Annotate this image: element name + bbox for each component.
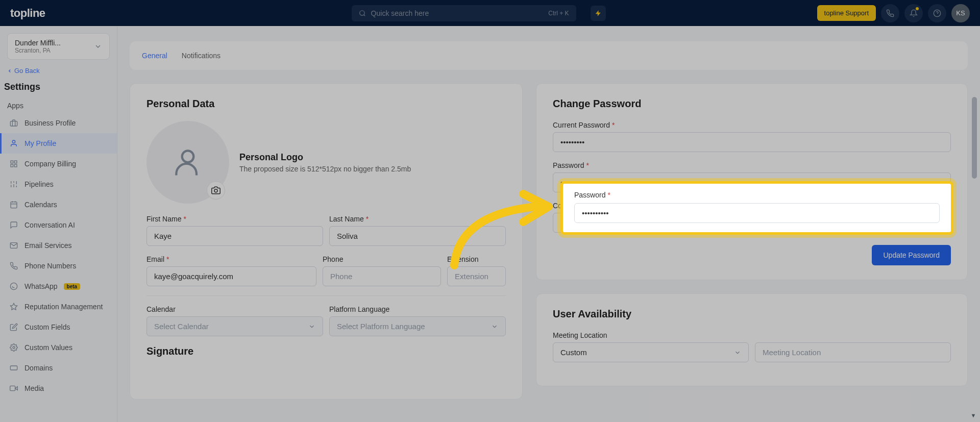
help-button[interactable] bbox=[928, 4, 946, 22]
sidebar-item-calendars[interactable]: Calendars bbox=[0, 194, 117, 215]
scrollbar-thumb[interactable] bbox=[972, 97, 977, 179]
global-search[interactable]: Ctrl + K bbox=[352, 5, 576, 21]
sidebar-item-custom-fields[interactable]: Custom Fields bbox=[0, 317, 117, 337]
svg-point-5 bbox=[12, 140, 15, 143]
briefcase-icon bbox=[9, 118, 18, 128]
user-avatar[interactable]: KS bbox=[951, 4, 970, 22]
highlight-password-label: Password* bbox=[574, 191, 940, 199]
first-name-label: First Name* bbox=[146, 215, 323, 223]
personal-logo-hint: The proposed size is 512*512px no bigger… bbox=[239, 165, 411, 173]
svg-rect-8 bbox=[14, 164, 17, 167]
phone-button[interactable] bbox=[881, 4, 899, 22]
upload-photo-button[interactable] bbox=[207, 181, 225, 200]
language-select[interactable]: Select Platform Language bbox=[329, 316, 506, 336]
sidebar-item-label: Custom Values bbox=[24, 343, 72, 352]
edit-icon bbox=[9, 322, 18, 332]
sliders-icon bbox=[9, 180, 18, 189]
svg-point-20 bbox=[10, 283, 17, 289]
chevron-down-icon bbox=[491, 323, 498, 330]
divider bbox=[146, 295, 506, 296]
highlight-password-input[interactable] bbox=[574, 203, 940, 223]
sidebar: Dunder Miffli... Scranton, PA Go Back Se… bbox=[0, 26, 117, 422]
user-placeholder-icon bbox=[170, 145, 205, 180]
vertical-scrollbar[interactable] bbox=[972, 97, 977, 403]
bolt-icon bbox=[595, 10, 602, 17]
sidebar-item-domains[interactable]: Domains bbox=[0, 358, 117, 378]
user-availability-title: User Availability bbox=[553, 308, 951, 320]
sidebar-item-pipelines[interactable]: Pipelines bbox=[0, 174, 117, 194]
bolt-button[interactable] bbox=[591, 6, 606, 21]
sidebar-item-label: Media bbox=[24, 384, 44, 392]
video-icon bbox=[9, 384, 18, 393]
sidebar-section-apps: Apps bbox=[0, 98, 117, 113]
go-back-label: Go Back bbox=[14, 67, 40, 75]
highlight-annotation: Password* bbox=[560, 181, 953, 235]
select-value: Select Platform Language bbox=[337, 322, 425, 331]
notification-dot bbox=[916, 7, 919, 10]
sidebar-item-label: Email Services bbox=[24, 241, 72, 250]
domain-icon bbox=[9, 363, 18, 373]
svg-rect-25 bbox=[10, 386, 15, 390]
sidebar-item-media[interactable]: Media bbox=[0, 378, 117, 399]
svg-rect-4 bbox=[10, 121, 17, 126]
sidebar-item-email-services[interactable]: Email Services bbox=[0, 235, 117, 256]
go-back-link[interactable]: Go Back bbox=[7, 67, 110, 75]
bell-icon bbox=[910, 9, 918, 17]
user-availability-card: User Availability Meeting Location Custo… bbox=[536, 293, 968, 386]
app-header: topline Ctrl + K topline Support KS bbox=[0, 0, 980, 26]
sidebar-item-company-billing[interactable]: Company Billing bbox=[0, 154, 117, 174]
current-password-label: Current Password* bbox=[553, 121, 951, 129]
whatsapp-icon bbox=[9, 282, 18, 291]
svg-point-0 bbox=[359, 10, 364, 15]
sidebar-item-custom-values[interactable]: Custom Values bbox=[0, 337, 117, 358]
help-icon bbox=[933, 9, 941, 17]
signature-title: Signature bbox=[146, 345, 506, 357]
phone-icon bbox=[9, 261, 18, 270]
sidebar-item-conversation-ai[interactable]: Conversation AI bbox=[0, 215, 117, 235]
sidebar-item-business-profile[interactable]: Business Profile bbox=[0, 113, 117, 133]
extension-input[interactable] bbox=[447, 266, 506, 286]
svg-rect-9 bbox=[11, 164, 13, 167]
current-password-input[interactable] bbox=[553, 132, 951, 152]
svg-point-27 bbox=[214, 189, 217, 192]
select-value: Custom bbox=[560, 348, 587, 357]
extension-label: Extension bbox=[447, 255, 506, 263]
svg-point-22 bbox=[13, 346, 15, 349]
last-name-input[interactable] bbox=[329, 226, 506, 246]
settings-heading: Settings bbox=[4, 82, 111, 92]
sidebar-item-label: Business Profile bbox=[24, 119, 76, 127]
chevron-down-icon bbox=[734, 349, 741, 356]
meeting-location-select[interactable]: Custom bbox=[553, 342, 749, 362]
sidebar-item-label: Phone Numbers bbox=[24, 262, 76, 270]
sidebar-item-label: My Profile bbox=[24, 139, 56, 147]
sidebar-item-phone-numbers[interactable]: Phone Numbers bbox=[0, 256, 117, 276]
sidebar-item-label: WhatsApp bbox=[24, 282, 58, 290]
org-selector[interactable]: Dunder Miffli... Scranton, PA bbox=[7, 33, 110, 60]
calendar-select[interactable]: Select Calendar bbox=[146, 316, 323, 336]
sidebar-item-label: Domains bbox=[24, 364, 53, 372]
grid-icon bbox=[9, 159, 18, 168]
sidebar-item-label: Conversation AI bbox=[24, 221, 75, 229]
support-button[interactable]: topline Support bbox=[817, 5, 876, 21]
chevron-left-icon bbox=[7, 68, 12, 73]
select-value: Select Calendar bbox=[154, 322, 209, 331]
sidebar-item-my-profile[interactable]: My Profile bbox=[0, 133, 117, 154]
notifications-button[interactable] bbox=[904, 4, 923, 22]
search-input[interactable] bbox=[371, 9, 544, 17]
tab-notifications[interactable]: Notifications bbox=[182, 52, 220, 60]
scroll-down-arrow[interactable]: ▼ bbox=[970, 412, 977, 419]
tab-general[interactable]: General bbox=[142, 52, 167, 60]
phone-input[interactable] bbox=[323, 266, 441, 286]
email-input[interactable] bbox=[146, 266, 316, 286]
sidebar-item-whatsapp[interactable]: WhatsApp beta bbox=[0, 276, 117, 296]
sidebar-item-reputation[interactable]: Reputation Management bbox=[0, 296, 117, 317]
update-password-button[interactable]: Update Password bbox=[872, 245, 951, 265]
chevron-down-icon bbox=[94, 42, 102, 51]
chat-icon bbox=[9, 220, 18, 230]
meeting-location-input[interactable] bbox=[755, 342, 951, 362]
personal-logo-heading: Personal Logo bbox=[239, 152, 411, 163]
new-password-label: Password* bbox=[553, 161, 951, 169]
first-name-input[interactable] bbox=[146, 226, 323, 246]
personal-data-title: Personal Data bbox=[146, 98, 506, 110]
org-name: Dunder Miffli... bbox=[15, 39, 61, 47]
